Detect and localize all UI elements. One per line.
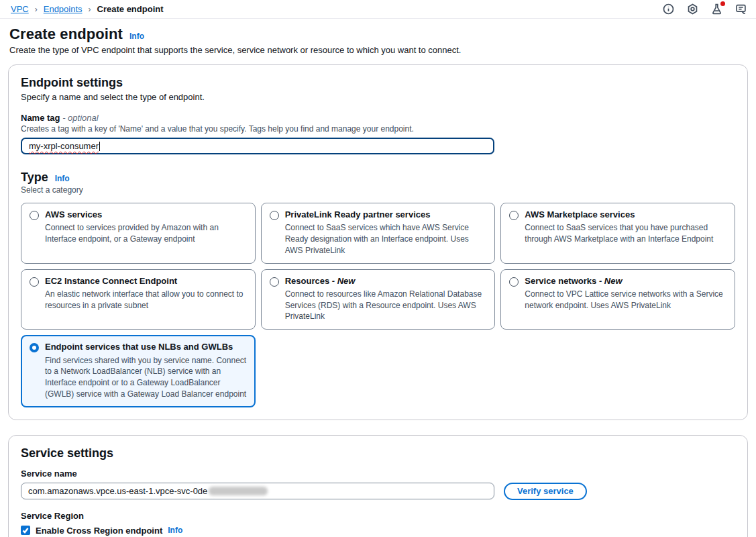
tile-title: Resources - New <box>285 276 487 287</box>
tile-title: EC2 Instance Connect Endpoint <box>45 276 247 287</box>
page-info-link[interactable]: Info <box>129 32 144 41</box>
type-option-marketplace[interactable]: AWS Marketplace services Connect to SaaS… <box>500 203 735 264</box>
type-option-resources[interactable]: Resources - New Connect to resources lik… <box>261 269 496 330</box>
info-icon[interactable] <box>663 3 674 15</box>
new-badge: - New <box>332 276 356 286</box>
type-option-ec2-instance-connect[interactable]: EC2 Instance Connect Endpoint An elastic… <box>21 269 256 330</box>
service-name-label: Service name <box>21 469 735 479</box>
radio-icon[interactable] <box>270 211 279 220</box>
breadcrumb: VPC › Endpoints › Create endpoint <box>11 4 164 14</box>
redacted-text <box>209 487 268 495</box>
service-name-input[interactable]: com.amazonaws.vpce.us-east-1.vpce-svc-0d… <box>21 483 494 499</box>
cross-region-checkbox-label: Enable Cross Region endpoint <box>36 526 162 536</box>
radio-icon[interactable] <box>509 211 519 220</box>
service-settings-title: Service settings <box>21 446 735 460</box>
page-header: Create endpoint Info Create the type of … <box>0 19 756 55</box>
name-tag-input[interactable]: my-xrpl-consumer <box>21 138 494 154</box>
name-tag-value: my-xrpl-consumer <box>29 141 99 151</box>
tile-title: AWS services <box>45 209 247 220</box>
radio-icon-selected[interactable] <box>30 343 39 352</box>
tile-description: Find services shared with you by service… <box>45 355 247 400</box>
tile-title: Endpoint services that use NLBs and GWLB… <box>45 342 247 352</box>
breadcrumb-current: Create endpoint <box>97 4 164 14</box>
top-navigation-bar: VPC › Endpoints › Create endpoint <box>0 0 756 19</box>
type-option-privatelink-partner[interactable]: PrivateLink Ready partner services Conne… <box>261 203 496 264</box>
name-tag-label: Name tag - optional <box>21 113 735 123</box>
tile-description: Connect to services provided by Amazon w… <box>45 222 247 245</box>
tile-description: Connect to resources like Amazon Relatio… <box>285 289 487 322</box>
breadcrumb-separator: › <box>89 5 91 14</box>
type-option-service-networks[interactable]: Service networks - New Connect to VPC La… <box>500 269 735 330</box>
tile-description: Connect to SaaS services that you have p… <box>525 222 726 245</box>
text-cursor <box>99 142 100 151</box>
feedback-icon[interactable] <box>735 3 747 15</box>
tile-title: Service networks - New <box>525 276 726 287</box>
service-region-label: Service Region <box>21 511 735 521</box>
tile-description: An elastic network interface that allow … <box>45 289 247 311</box>
name-tag-optional: - optional <box>62 113 98 123</box>
type-section-subtitle: Select a category <box>21 185 735 195</box>
type-section-title: Type <box>21 170 48 185</box>
page-subtitle: Create the type of VPC endpoint that sup… <box>9 45 745 55</box>
gear-icon[interactable] <box>687 3 698 15</box>
service-name-value: com.amazonaws.vpce.us-east-1.vpce-svc-0d… <box>28 486 207 496</box>
endpoint-settings-title: Endpoint settings <box>21 76 735 90</box>
type-info-link[interactable]: Info <box>55 174 70 183</box>
radio-icon[interactable] <box>270 277 279 287</box>
page-title: Create endpoint <box>9 26 123 43</box>
tile-title: PrivateLink Ready partner services <box>285 209 487 220</box>
cross-region-checkbox[interactable] <box>21 526 30 535</box>
radio-icon[interactable] <box>30 211 39 220</box>
radio-icon[interactable] <box>509 277 519 287</box>
service-settings-card: Service settings Service name com.amazon… <box>8 435 748 537</box>
type-option-aws-services[interactable]: AWS services Connect to services provide… <box>21 203 256 264</box>
endpoint-settings-card: Endpoint settings Specify a name and sel… <box>8 64 748 420</box>
new-badge: - New <box>599 276 623 286</box>
breadcrumb-endpoints[interactable]: Endpoints <box>44 4 83 14</box>
verify-service-button[interactable]: Verify service <box>504 483 587 500</box>
name-tag-description: Creates a tag with a key of 'Name' and a… <box>21 124 735 134</box>
radio-icon[interactable] <box>30 277 39 287</box>
endpoint-settings-subtitle: Specify a name and select the type of en… <box>21 92 735 102</box>
cross-region-info-link[interactable]: Info <box>168 526 182 535</box>
tile-description: Connect to VPC Lattice service networks … <box>525 289 726 311</box>
breadcrumb-vpc[interactable]: VPC <box>11 4 29 14</box>
tile-title: AWS Marketplace services <box>525 209 726 220</box>
notification-dot <box>720 1 725 6</box>
type-option-endpoint-services-nlb-gwlb[interactable]: Endpoint services that use NLBs and GWLB… <box>21 335 256 407</box>
tile-description: Connect to SaaS services which have AWS … <box>285 222 487 256</box>
labs-flask-icon[interactable] <box>711 3 722 15</box>
breadcrumb-separator: › <box>35 5 38 14</box>
type-radio-group: AWS services Connect to services provide… <box>21 203 735 407</box>
